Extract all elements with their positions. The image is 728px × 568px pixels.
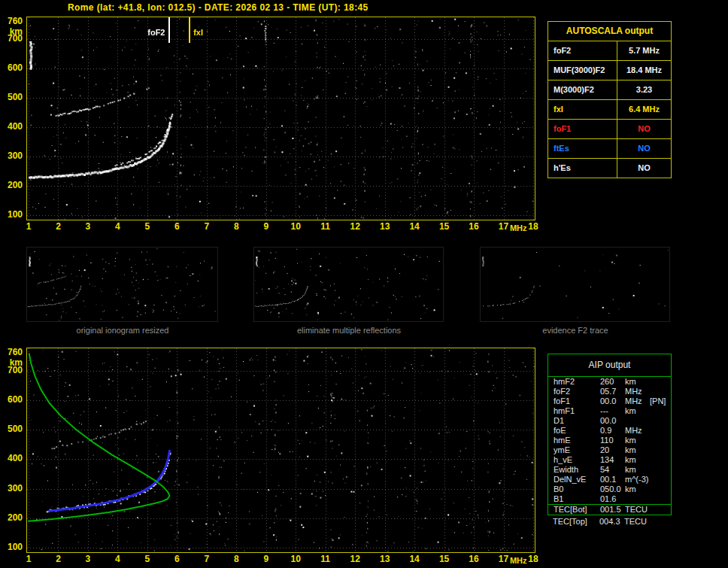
x-tick-label: 4 [115, 222, 120, 232]
autoscala-row-M(3000)F2: M(3000)F23.23 [548, 80, 671, 100]
aip-note [649, 516, 670, 527]
aip-note [650, 387, 671, 396]
aip-output-table: AIP output hmF2260kmfoF205.7MHzfoF100.0M… [548, 354, 672, 515]
aip-row-foE: foE0.9MHz [548, 426, 671, 436]
aip-tec-top-row: TEC[Top]004.3TECU [548, 516, 670, 527]
aip-param: hmF2 [548, 377, 600, 387]
aip-unit: TECU [625, 505, 650, 515]
aip-row-hmE: hmE110km [548, 436, 671, 445]
autoscala-param: ftEs [548, 139, 617, 158]
aip-note [650, 445, 671, 455]
x-tick-label: 9 [263, 222, 268, 232]
autoscala-row-foF2: foF25.7 MHz [548, 41, 671, 61]
aip-row-hmF1: hmF1---km [548, 406, 671, 416]
x-tick-label: 14 [409, 554, 419, 564]
aip-value: 00.0 [600, 416, 625, 426]
x-tick-label: 8 [234, 222, 239, 232]
aip-value: 0.9 [600, 426, 625, 436]
thumbnail-evidence-f2-trace [480, 247, 670, 322]
bottom-ionogram-canvas [26, 348, 535, 553]
autoscala-value: 18.4 MHz [617, 61, 671, 80]
aip-unit: km [625, 465, 650, 475]
x-tick-label: 10 [291, 222, 301, 232]
aip-unit: km [625, 455, 650, 465]
x-tick-label: 17 [499, 554, 508, 564]
x-tick-label: 11 [320, 554, 330, 564]
aip-unit: km [625, 445, 650, 455]
aip-param: hmE [548, 436, 600, 445]
aip-row-Ewidth: Ewidth54km [548, 465, 671, 475]
y-axis-unit: km [3, 27, 23, 37]
aip-unit: MHz [625, 396, 650, 406]
y-tick-label: 600 [3, 63, 23, 73]
aip-param: TEC[Bot] [548, 505, 600, 515]
x-tick-label: 15 [439, 554, 449, 564]
autoscala-param: foF1 [548, 120, 617, 138]
aip-param: Ewidth [548, 465, 600, 475]
aip-row-B1: B101.6 [548, 494, 671, 504]
x-tick-label: 8 [234, 554, 239, 564]
thumb1-caption: original ionogram resized [77, 326, 169, 335]
autoscala-param: fxI [548, 100, 617, 119]
x-tick-label: 18 [528, 222, 538, 232]
y-tick-label: 600 [3, 395, 23, 405]
x-tick-label: 4 [115, 554, 120, 564]
autoscala-param: foF2 [548, 41, 617, 60]
aip-value: 001.5 [600, 505, 625, 515]
autoscala-param: h'Es [548, 159, 617, 178]
x-tick-label: 2 [56, 554, 61, 564]
x-tick-label: 13 [380, 554, 390, 564]
aip-value: 110 [600, 436, 625, 445]
aip-unit: m^(-3) [625, 475, 650, 484]
aip-unit [625, 416, 650, 426]
x-tick-label: 5 [145, 222, 150, 232]
autoscala-value: 3.23 [617, 80, 671, 99]
thumbnail-eliminate-reflections [253, 247, 444, 322]
x-tick-label: 5 [145, 554, 150, 564]
aip-unit: km [625, 377, 650, 387]
aip-unit: MHz [625, 426, 650, 436]
x-tick-label: 1 [26, 222, 32, 232]
x-tick-label: 12 [350, 554, 359, 564]
autoscala-table-title: AUTOSCALA output [548, 22, 671, 41]
autoscala-row-MUF(3000)F2: MUF(3000)F218.4 MHz [548, 61, 671, 80]
station-title: Rome (lat: +41.8, lon: 012.5) - DATE: 20… [68, 2, 369, 13]
thumb2-caption: eliminate multiple reflections [297, 326, 401, 335]
aip-value: 134 [600, 455, 625, 465]
aip-row-hmF2: hmF2260km [548, 377, 671, 387]
aip-value: 20 [600, 445, 625, 455]
x-tick-label: 6 [174, 222, 180, 232]
aip-unit: km [625, 484, 650, 494]
aip-unit: MHz [625, 387, 650, 396]
aip-value: 01.6 [600, 494, 625, 504]
aip-note [650, 475, 671, 484]
aip-param: B1 [548, 494, 600, 504]
aip-value: --- [600, 406, 625, 416]
aip-param: hmF1 [548, 406, 600, 416]
marker-label-fxI: fxI [193, 28, 203, 37]
autoscala-param: M(3000)F2 [548, 80, 617, 99]
x-tick-label: 3 [86, 554, 91, 564]
aip-row-D1: D100.0 [548, 416, 671, 426]
x-tick-label: 11 [320, 222, 330, 232]
y-tick-label: 300 [3, 151, 23, 161]
aip-param: DelN_vE [548, 475, 600, 484]
aip-unit: km [625, 406, 650, 416]
x-tick-label: 13 [380, 222, 390, 232]
aip-param: foF1 [548, 396, 600, 406]
y-tick-label: 760 [3, 348, 23, 357]
autoscala-output-table: AUTOSCALA output foF25.7 MHzMUF(3000)F21… [548, 21, 672, 178]
aip-value: 00.0 [600, 396, 625, 406]
aip-value: 05.7 [600, 387, 625, 396]
thumb3-caption: evidence F2 trace [542, 326, 608, 335]
aip-value: 004.3 [599, 516, 624, 527]
x-axis-unit: MHz [510, 556, 527, 566]
aip-unit: TECU [624, 516, 649, 527]
autoscala-value: NO [617, 159, 671, 178]
aip-row-ymE: ymE20km [548, 445, 671, 455]
autoscala-value: NO [617, 120, 671, 138]
aip-note [650, 436, 671, 445]
x-tick-label: 6 [174, 554, 180, 564]
aip-value: 00.1 [600, 475, 625, 484]
x-tick-label: 9 [263, 554, 268, 564]
